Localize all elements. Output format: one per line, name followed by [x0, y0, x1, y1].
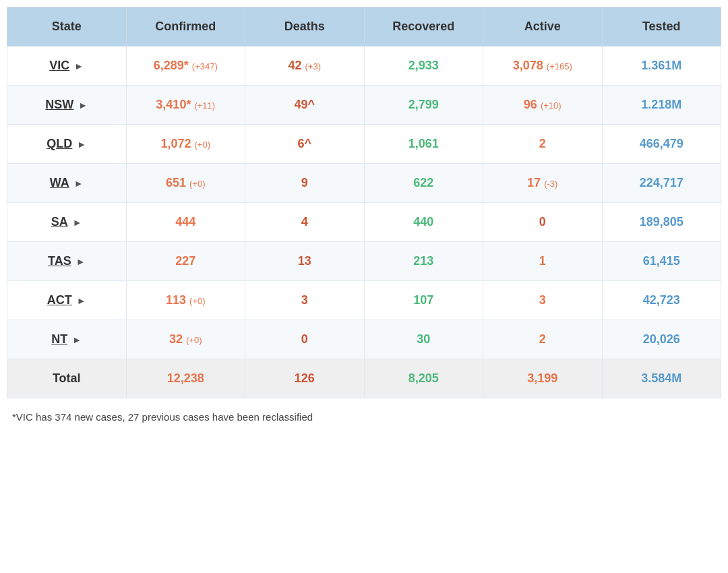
cell-active: 3 [483, 281, 603, 320]
cell-deaths: 42 (+3) [245, 47, 365, 86]
cell-recovered: 213 [364, 242, 483, 281]
cell-deaths: 4 [245, 203, 365, 242]
header-confirmed: Confirmed [126, 7, 245, 47]
total-confirmed: 12,238 [126, 359, 245, 398]
cell-tested: 224,717 [602, 164, 721, 203]
table-row: ACT ►113 (+0)3107342,723 [7, 281, 721, 320]
header-recovered: Recovered [364, 7, 483, 47]
table-row: NSW ►3,410* (+11)49^2,79996 (+10)1.218M [7, 86, 721, 125]
cell-active: 2 [483, 125, 603, 164]
cell-deaths: 9 [245, 164, 365, 203]
cell-tested: 466,479 [602, 125, 721, 164]
cell-confirmed: 32 (+0) [126, 320, 245, 359]
cell-state[interactable]: NSW ► [7, 86, 127, 125]
cell-state[interactable]: QLD ► [7, 125, 127, 164]
cell-state[interactable]: TAS ► [7, 242, 127, 281]
cell-active: 3,078 (+165) [483, 47, 603, 86]
cell-deaths: 49^ [245, 86, 365, 125]
cell-state[interactable]: NT ► [7, 320, 127, 359]
cell-confirmed: 6,289* (+347) [126, 47, 245, 86]
total-deaths: 126 [245, 359, 365, 398]
cell-deaths: 0 [245, 320, 365, 359]
total-active: 3,199 [483, 359, 603, 398]
cell-state[interactable]: SA ► [7, 203, 127, 242]
table-header-row: State Confirmed Deaths Recovered Active … [7, 7, 721, 47]
cell-deaths: 13 [245, 242, 365, 281]
cell-state[interactable]: VIC ► [7, 47, 127, 86]
table-row: SA ►44444400189,805 [7, 203, 721, 242]
cell-confirmed: 227 [126, 242, 245, 281]
cell-tested: 20,026 [602, 320, 721, 359]
cell-state[interactable]: WA ► [7, 164, 127, 203]
table-row: WA ►651 (+0)962217 (-3)224,717 [7, 164, 721, 203]
cell-recovered: 1,061 [364, 125, 483, 164]
table-row: VIC ►6,289* (+347)42 (+3)2,9333,078 (+16… [7, 47, 721, 86]
cell-active: 96 (+10) [483, 86, 603, 125]
cell-recovered: 622 [364, 164, 483, 203]
cell-recovered: 440 [364, 203, 483, 242]
table-row: TAS ►22713213161,415 [7, 242, 721, 281]
header-active: Active [483, 7, 603, 47]
header-state: State [7, 7, 127, 47]
cell-deaths: 6^ [245, 125, 365, 164]
table-row: QLD ►1,072 (+0)6^1,0612466,479 [7, 125, 721, 164]
cell-tested: 1.218M [602, 86, 721, 125]
cell-deaths: 3 [245, 281, 365, 320]
cell-active: 1 [483, 242, 603, 281]
cell-recovered: 2,799 [364, 86, 483, 125]
covid-stats-table: State Confirmed Deaths Recovered Active … [7, 7, 721, 398]
cell-confirmed: 1,072 (+0) [126, 125, 245, 164]
table-total-row: Total 12,238 126 8,205 3,199 3.584M [7, 359, 721, 398]
total-tested: 3.584M [602, 359, 721, 398]
footnote-text: *VIC has 374 new cases, 27 previous case… [7, 409, 721, 425]
cell-confirmed: 651 (+0) [126, 164, 245, 203]
header-tested: Tested [602, 7, 721, 47]
cell-tested: 189,805 [602, 203, 721, 242]
cell-tested: 1.361M [602, 47, 721, 86]
table-row: NT ►32 (+0)030220,026 [7, 320, 721, 359]
cell-recovered: 2,933 [364, 47, 483, 86]
cell-active: 2 [483, 320, 603, 359]
cell-tested: 61,415 [602, 242, 721, 281]
cell-confirmed: 3,410* (+11) [126, 86, 245, 125]
header-deaths: Deaths [245, 7, 365, 47]
total-label: Total [7, 359, 127, 398]
cell-active: 17 (-3) [483, 164, 603, 203]
total-recovered: 8,205 [364, 359, 483, 398]
cell-active: 0 [483, 203, 603, 242]
covid-table-wrapper: State Confirmed Deaths Recovered Active … [7, 7, 721, 398]
cell-confirmed: 113 (+0) [126, 281, 245, 320]
cell-confirmed: 444 [126, 203, 245, 242]
cell-state[interactable]: ACT ► [7, 281, 127, 320]
cell-recovered: 30 [364, 320, 483, 359]
cell-recovered: 107 [364, 281, 483, 320]
cell-tested: 42,723 [602, 281, 721, 320]
